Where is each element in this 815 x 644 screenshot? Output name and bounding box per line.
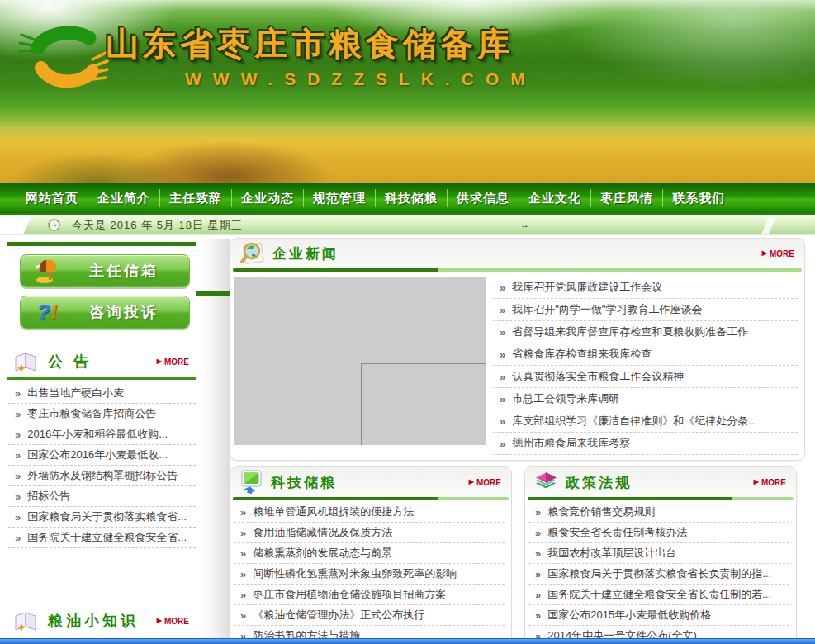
news-link[interactable]: 我库召开"两学一做"学习教育工作座谈会 bbox=[512, 302, 702, 317]
tech-item[interactable]: » 储粮熏蒸剂的发展动态与前景 bbox=[234, 543, 505, 564]
double-angle-icon: » bbox=[240, 506, 246, 519]
nav-item[interactable]: 企业动态 bbox=[232, 189, 304, 207]
news-link[interactable]: 我库召开党风廉政建设工作会议 bbox=[512, 280, 662, 295]
policy-item[interactable]: » 国家粮食局关于贯彻落实粮食省长负责制的指... bbox=[528, 564, 789, 585]
news-item[interactable]: » 德州市粮食局来我库考察 bbox=[493, 433, 798, 455]
tech-more-link[interactable]: ▶ MORE bbox=[469, 478, 501, 487]
policy-list: » 粮食竞价销售交易规则 » 粮食安全省长责任制考核办法 » 我国农村改革顶层设… bbox=[528, 502, 789, 642]
policy-item[interactable]: » 我国农村改革顶层设计出台 bbox=[528, 543, 789, 564]
tech-item[interactable]: » 食用油脂储藏情况及保质方法 bbox=[234, 523, 505, 543]
nav-item[interactable]: 规范管理 bbox=[304, 189, 376, 207]
news-link[interactable]: 德州市粮食局来我库考察 bbox=[512, 436, 630, 451]
news-list: » 我库召开党风廉政建设工作会议 » 我库召开"两学一做"学习教育工作座谈会 »… bbox=[493, 277, 798, 455]
announcement-item[interactable]: » 国家粮食局关于贯彻落实粮食省... bbox=[8, 507, 196, 528]
tech-item[interactable]: » 《粮油仓储管理办法》正式公布执行 bbox=[234, 605, 505, 626]
books-icon bbox=[533, 471, 558, 494]
news-item[interactable]: » 省督导组来我库督查库存检查和夏粮收购准备工作 bbox=[493, 321, 798, 343]
tech-list: » 粮堆单管通风机组拆装的便捷方法 » 食用油脂储藏情况及保质方法 » 储粮熏蒸… bbox=[234, 502, 505, 642]
policy-link[interactable]: 国务院关于建立健全粮食安全省长责任制的若... bbox=[547, 587, 771, 602]
policy-link[interactable]: 国家粮食局关于贯彻落实粮食省长负责制的指... bbox=[547, 566, 771, 581]
policy-more-link[interactable]: ▶ MORE bbox=[754, 478, 786, 487]
page: 山东省枣庄市粮食储备库 WWW.SDZZSLK.COM 网站首页企业简介主任致辞… bbox=[0, 0, 815, 644]
news-more-link[interactable]: ▶ MORE bbox=[762, 249, 794, 258]
double-angle-icon: » bbox=[535, 527, 541, 539]
announcement-item[interactable]: » 2016年小麦和稻谷最低收购... bbox=[8, 424, 196, 445]
tech-link[interactable]: 食用油脂储藏情况及保质方法 bbox=[253, 525, 392, 540]
question-exclaim-icon: ?! bbox=[21, 300, 73, 325]
director-mailbox-button[interactable]: 主任信箱 bbox=[20, 254, 190, 287]
date-bar: 今天是 2016 年 5月 18日 星期三 → bbox=[0, 213, 815, 235]
tech-link[interactable]: 枣庄市食用植物油仓储设施项目招商方案 bbox=[253, 587, 446, 602]
news-item[interactable]: » 认真贯彻落实全市粮食工作会议精神 bbox=[493, 366, 798, 388]
tech-item[interactable]: » 粮堆单管通风机组拆装的便捷方法 bbox=[234, 502, 505, 523]
double-angle-icon: » bbox=[240, 609, 246, 622]
tech-link[interactable]: 粮堆单管通风机组拆装的便捷方法 bbox=[253, 504, 414, 519]
announcement-item[interactable]: » 国家公布2016年小麦最低收... bbox=[8, 445, 196, 466]
nav-item[interactable]: 联系我们 bbox=[663, 189, 735, 207]
news-link[interactable]: 库支部组织学习《廉洁自律准则》和《纪律处分条... bbox=[512, 414, 757, 429]
knowledge-title: 粮油小知识 bbox=[48, 611, 139, 631]
news-link[interactable]: 省粮食库存检查组来我库检查 bbox=[512, 347, 652, 362]
tech-link[interactable]: 储粮熏蒸剂的发展动态与前景 bbox=[253, 546, 392, 561]
news-item[interactable]: » 库支部组织学习《廉洁自律准则》和《纪律处分条... bbox=[493, 410, 798, 433]
policy-item[interactable]: » 国务院关于建立健全粮食安全省长责任制的若... bbox=[528, 585, 789, 605]
double-angle-icon: » bbox=[15, 470, 21, 482]
announcement-link[interactable]: 国家粮食局关于贯彻落实粮食省... bbox=[27, 509, 187, 524]
tech-item[interactable]: » 枣庄市食用植物油仓储设施项目招商方案 bbox=[234, 585, 505, 605]
nav-item[interactable]: 供求信息 bbox=[448, 189, 519, 207]
tech-link[interactable]: 《粮油仓储管理办法》正式公布执行 bbox=[253, 608, 424, 623]
policy-item[interactable]: » 国家公布2015年小麦最低收购价格 bbox=[528, 605, 789, 626]
announcement-item[interactable]: » 外墙防水及钢结构罩棚招标公告 bbox=[8, 466, 196, 486]
director-mailbox-label: 主任信箱 bbox=[73, 261, 189, 281]
policy-link[interactable]: 我国农村改革顶层设计出台 bbox=[547, 546, 676, 561]
sidebar: 主任信箱 ?! 咨询投诉 公 告 ▶ MORE bbox=[7, 235, 196, 644]
double-angle-icon: » bbox=[535, 547, 541, 560]
tech-title: 科技储粮 bbox=[271, 473, 337, 492]
policy-link[interactable]: 粮食安全省长责任制考核办法 bbox=[547, 525, 687, 540]
news-item[interactable]: » 市总工会领导来库调研 bbox=[493, 388, 798, 410]
nav-item[interactable]: 企业简介 bbox=[88, 189, 160, 207]
announcements-more-link[interactable]: ▶ MORE bbox=[157, 358, 189, 367]
policy-link[interactable]: 粮食竞价销售交易规则 bbox=[547, 504, 655, 519]
knowledge-more-link[interactable]: ▶ MORE bbox=[157, 617, 189, 626]
nav-item[interactable]: 主任致辞 bbox=[160, 189, 232, 207]
announcement-link[interactable]: 出售当地产硬白小麦 bbox=[27, 386, 124, 400]
announcement-link[interactable]: 国务院关于建立健全粮食安全省... bbox=[27, 530, 187, 545]
news-item[interactable]: » 省粮食库存检查组来我库检查 bbox=[493, 343, 798, 366]
news-item[interactable]: » 我库召开"两学一做"学习教育工作座谈会 bbox=[493, 299, 798, 321]
announcement-link[interactable]: 国家公布2016年小麦最低收... bbox=[27, 447, 168, 462]
double-angle-icon: » bbox=[500, 415, 505, 428]
news-link[interactable]: 认真贯彻落实全市粮食工作会议精神 bbox=[512, 369, 684, 384]
news-link[interactable]: 省督导组来我库督查库存检查和夏粮收购准备工作 bbox=[512, 324, 748, 339]
announcement-link[interactable]: 外墙防水及钢结构罩棚招标公告 bbox=[27, 468, 178, 483]
site-title: 山东省枣庄市粮食储备库 bbox=[106, 21, 514, 67]
consult-complaint-button[interactable]: ?! 咨询投诉 bbox=[20, 296, 190, 329]
policy-item[interactable]: » 粮食安全省长责任制考核办法 bbox=[528, 523, 789, 543]
policy-link[interactable]: 国家公布2015年小麦最低收购价格 bbox=[547, 608, 711, 623]
news-item[interactable]: » 我库召开党风廉政建设工作会议 bbox=[493, 277, 798, 299]
announcement-link[interactable]: 招标公告 bbox=[27, 489, 70, 504]
announcements-list: » 出售当地产硬白小麦 » 枣庄市粮食储备库招商公告 » 2016年小麦和稻谷最… bbox=[8, 383, 196, 548]
announcement-item[interactable]: » 枣庄市粮食储备库招商公告 bbox=[8, 404, 196, 424]
announcement-item[interactable]: » 出售当地产硬白小麦 bbox=[8, 383, 196, 404]
tech-item[interactable]: » 间断性磷化氢熏蒸对米象虫卵致死率的影响 bbox=[234, 564, 505, 585]
double-angle-icon: » bbox=[240, 547, 246, 560]
news-title: 企业新闻 bbox=[272, 244, 339, 263]
double-angle-icon: » bbox=[240, 527, 246, 539]
nav-item[interactable]: 网站首页 bbox=[17, 189, 88, 207]
announcement-link[interactable]: 枣庄市粮食储备库招商公告 bbox=[27, 406, 156, 421]
announcement-item[interactable]: » 招标公告 bbox=[8, 486, 196, 507]
announcement-item[interactable]: » 国务院关于建立健全粮食安全省... bbox=[8, 528, 196, 548]
announcement-link[interactable]: 2016年小麦和稻谷最低收购... bbox=[27, 427, 168, 442]
policy-item[interactable]: » 粮食竞价销售交易规则 bbox=[528, 502, 789, 523]
tech-link[interactable]: 间断性磷化氢熏蒸对米象虫卵致死率的影响 bbox=[253, 566, 457, 581]
news-link[interactable]: 市总工会领导来库调研 bbox=[512, 391, 619, 406]
nav-item[interactable]: 企业文化 bbox=[519, 189, 591, 207]
double-angle-icon: » bbox=[15, 449, 21, 462]
policy-panel: 政策法规 ▶ MORE » 粮食竞价销售交易规则 » bbox=[524, 466, 797, 642]
open-book-icon bbox=[13, 351, 40, 372]
nav-item[interactable]: 科技储粮 bbox=[376, 189, 448, 207]
nav-item[interactable]: 枣庄风情 bbox=[591, 189, 663, 207]
announcements-header: 公 告 ▶ MORE bbox=[13, 349, 189, 374]
current-date: 今天是 2016 年 5月 18日 星期三 bbox=[72, 218, 243, 233]
